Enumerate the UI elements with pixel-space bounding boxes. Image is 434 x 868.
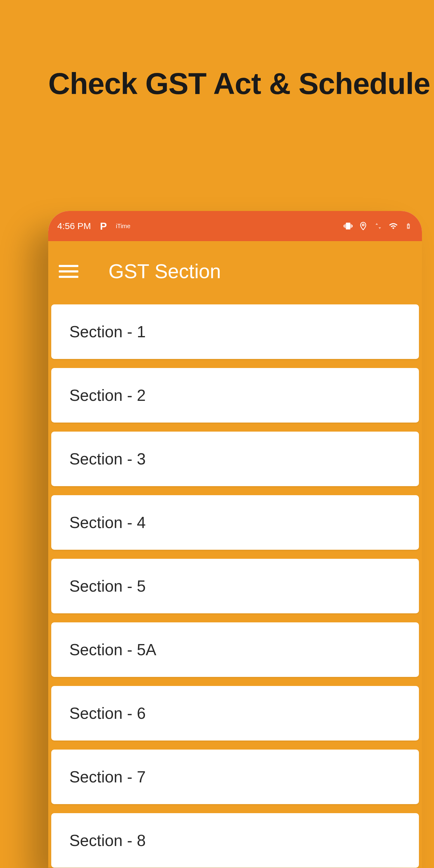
list-item[interactable]: Section - 7 <box>51 749 419 804</box>
status-bar-left: 4:56 PM P iTime <box>54 220 130 232</box>
status-time: 4:56 PM <box>57 221 91 231</box>
data-icon <box>374 221 383 230</box>
status-app-icon: P <box>100 220 107 232</box>
list-item[interactable]: Section - 4 <box>51 495 419 550</box>
section-list: Section - 1 Section - 2 Section - 3 Sect… <box>48 301 422 868</box>
wifi-icon <box>389 221 398 230</box>
status-bar: 4:56 PM P iTime <box>48 211 422 241</box>
list-item[interactable]: Section - 3 <box>51 432 419 486</box>
location-icon <box>359 221 368 230</box>
list-item[interactable]: Section - 2 <box>51 368 419 423</box>
list-item[interactable]: Section - 8 <box>51 813 419 868</box>
app-bar-title: GST Section <box>108 260 221 283</box>
list-item[interactable]: Section - 5A <box>51 622 419 677</box>
status-itime: iTime <box>116 223 130 230</box>
svg-point-0 <box>362 224 364 226</box>
vibrate-icon <box>344 221 352 230</box>
list-item[interactable]: Section - 6 <box>51 686 419 741</box>
hamburger-menu-icon[interactable] <box>59 265 79 278</box>
list-item[interactable]: Section - 1 <box>51 304 419 359</box>
status-bar-right <box>344 221 413 230</box>
phone-frame: 4:56 PM P iTime <box>48 211 422 868</box>
list-item[interactable]: Section - 5 <box>51 559 419 613</box>
battery-icon <box>404 221 413 230</box>
page-headline: Check GST Act & Schedule <box>48 66 430 101</box>
app-bar: GST Section <box>48 241 422 301</box>
